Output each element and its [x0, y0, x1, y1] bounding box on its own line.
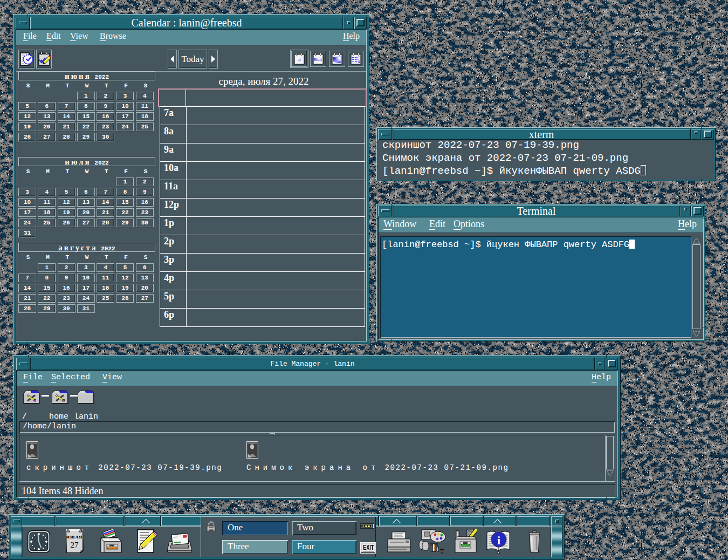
svg-text:i: i	[497, 534, 500, 547]
svg-text:T: T	[440, 548, 444, 554]
svg-text:июля: июля	[66, 533, 83, 539]
svg-text:27: 27	[71, 541, 79, 549]
svg-text:t: t	[436, 544, 439, 553]
